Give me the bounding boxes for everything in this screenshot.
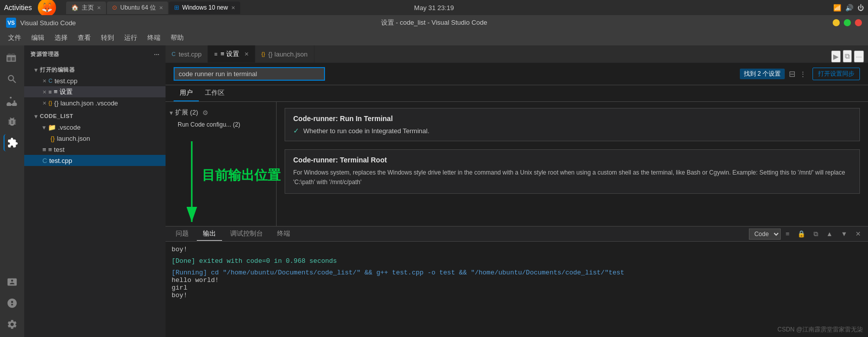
search-box: [174, 67, 325, 81]
sidebar-more-icon[interactable]: ···: [154, 51, 159, 58]
open-file-launch[interactable]: ✕ {} {} launch.json .vscode: [24, 97, 166, 108]
vscode-titlebar: VS Visual Studio Code 设置 - code_list - V…: [0, 15, 868, 30]
menu-help[interactable]: 帮助: [167, 31, 188, 44]
file-test-text[interactable]: ≡ ≡ test: [24, 144, 166, 155]
panel-down-btn[interactable]: ▼: [838, 229, 850, 239]
search-results-area: 找到 2 个设置 ⊟ ⋮: [740, 69, 806, 79]
json-tab-icon: {}: [261, 51, 265, 57]
checkmark-icon: ✓: [293, 127, 299, 135]
firefox-icon[interactable]: 🦊: [38, 0, 56, 17]
chevron-down-icon: ▾: [34, 66, 38, 74]
menu-goto[interactable]: 转到: [97, 31, 118, 44]
close-windows-tab[interactable]: ✕: [231, 5, 235, 11]
menu-select[interactable]: 选择: [50, 31, 72, 44]
vscode-app-label: Visual Studio Code: [20, 19, 76, 27]
tab-workspace[interactable]: 工作区: [199, 85, 231, 101]
panel-tab-output[interactable]: 输出: [197, 227, 222, 241]
maximize-button[interactable]: ◻: [844, 19, 851, 26]
run-code-tree-item[interactable]: Run Code configu... (2): [170, 119, 272, 130]
open-settings-sync-button[interactable]: 打开设置同步: [812, 68, 860, 80]
menu-file[interactable]: 文件: [4, 31, 25, 44]
panel-output-dropdown[interactable]: Code: [749, 229, 781, 240]
panel-tab-problems[interactable]: 问题: [170, 227, 195, 241]
activity-explorer[interactable]: [4, 49, 21, 67]
settings-body: ▾ 扩展 (2) ⚙ Run Code configu... (2) Code-…: [166, 102, 868, 226]
more-actions-button[interactable]: ···: [854, 50, 864, 63]
open-file-test-cpp[interactable]: ✕ C test.cpp: [24, 75, 166, 86]
gear-icon[interactable]: ⚙: [202, 109, 208, 117]
close-settings-tab[interactable]: ✕: [244, 51, 249, 58]
output-line-5: hello world!: [172, 276, 862, 284]
activity-settings-gear[interactable]: [4, 316, 21, 333]
panel-close-btn[interactable]: ✕: [852, 229, 864, 239]
panel-lock-btn[interactable]: 🔒: [794, 229, 808, 239]
menu-view[interactable]: 查看: [74, 31, 95, 44]
filter-icon[interactable]: ⊟: [789, 69, 795, 79]
activity-search[interactable]: [4, 71, 21, 88]
extensions-tree-item[interactable]: ▾ 扩展 (2) ⚙: [170, 106, 272, 119]
json-icon: {}: [48, 100, 52, 106]
project-header[interactable]: ▾ CODE_LIST: [24, 110, 166, 122]
tab-user[interactable]: 用户: [174, 85, 199, 101]
settings-panel: Code-runner: Run In Terminal ✓ Whether t…: [277, 102, 868, 226]
vscode-logo: VS: [6, 18, 16, 28]
network-icon: 📶: [833, 4, 841, 12]
tab-windows[interactable]: ⊞ Windows 10 new ✕: [169, 2, 240, 14]
close-home-tab[interactable]: ✕: [97, 5, 101, 11]
open-file-settings[interactable]: ✕ ≡ ≡ 设置: [24, 86, 166, 97]
project-section: ▾ CODE_LIST ▾ 📁 .vscode {} launch.json ≡…: [24, 109, 166, 167]
minimize-button[interactable]: —: [833, 19, 840, 26]
run-button[interactable]: ▶: [831, 50, 841, 63]
activity-extensions[interactable]: [4, 134, 21, 151]
panel-copy-btn[interactable]: ⧉: [810, 229, 821, 239]
close-ubuntu-tab[interactable]: ✕: [159, 5, 163, 11]
activity-account[interactable]: [4, 295, 21, 312]
close-icon-settings[interactable]: ✕: [42, 89, 46, 95]
result-count-badge[interactable]: 找到 2 个设置: [740, 69, 785, 79]
output-line-4: [Running] cd "/home/ubuntu/Documents/cod…: [172, 269, 862, 276]
bottom-panel: 问题 输出 调试控制台 终端 Code ≡ 🔒 ⧉ ▲ ▼ ✕: [166, 226, 868, 337]
close-button[interactable]: ✕: [855, 19, 862, 26]
panel-actions: Code ≡ 🔒 ⧉ ▲ ▼ ✕: [749, 229, 864, 240]
tab-home[interactable]: 🏠 主页 ✕: [66, 2, 106, 14]
panel-list-btn[interactable]: ≡: [783, 229, 793, 239]
panel-tab-terminal[interactable]: 终端: [271, 227, 296, 241]
open-editors-section: ▾ 打开的编辑器 ✕ C test.cpp ✕ ≡ ≡ 设置 ✕ {} {} l…: [24, 63, 166, 109]
activities-button[interactable]: Activities: [4, 4, 32, 12]
activity-source-control[interactable]: [4, 92, 21, 109]
setting1-checkbox-row: ✓ Whether to run code in Integrated Term…: [293, 127, 851, 135]
watermark: CSDN @江南霹雳堂雷家雷无柒: [777, 325, 863, 334]
split-editor-button[interactable]: ⧉: [843, 50, 852, 63]
activity-remote[interactable]: [4, 273, 21, 291]
menu-edit[interactable]: 编辑: [27, 31, 48, 44]
output-line-1: [172, 253, 862, 257]
menu-terminal[interactable]: 终端: [143, 31, 165, 44]
text-file-icon: ≡: [42, 146, 46, 153]
sidebar: 资源管理器 ··· ▾ 打开的编辑器 ✕ C test.cpp ✕ ≡ ≡ 设置: [24, 45, 166, 337]
tab-ubuntu[interactable]: ⊙ Ubuntu 64 位 ✕: [107, 2, 168, 14]
panel-tab-debug[interactable]: 调试控制台: [224, 227, 269, 241]
system-bar-left: Activities 🦊 🏠 主页 ✕ ⊙ Ubuntu 64 位 ✕ ⊞ Wi…: [4, 0, 240, 17]
folder-vscode[interactable]: ▾ 📁 .vscode: [24, 122, 166, 133]
panel-up-btn[interactable]: ▲: [823, 229, 836, 239]
json-file-icon: {}: [50, 135, 55, 142]
activity-debug[interactable]: [4, 113, 21, 130]
settings-search-input[interactable]: [179, 70, 320, 78]
vscode-controls: — ◻ ✕: [833, 19, 862, 26]
file-test-cpp-selected[interactable]: C test.cpp: [24, 155, 166, 166]
cpp-file-icon-2: C: [42, 157, 47, 164]
vscode-title: 设置 - code_list - Visual Studio Code: [381, 18, 487, 27]
sort-icon[interactable]: ⋮: [799, 70, 806, 78]
close-icon[interactable]: ✕: [42, 78, 46, 84]
close-icon-launch[interactable]: ✕: [42, 100, 46, 106]
file-launch-json[interactable]: {} launch.json: [24, 133, 166, 144]
tab-launch-json[interactable]: {} {} launch.json: [255, 45, 314, 63]
settings-tabs: 用户 工作区: [166, 85, 868, 102]
menu-run[interactable]: 运行: [120, 31, 141, 44]
cpp-icon: C: [48, 78, 52, 84]
volume-icon: 🔊: [845, 4, 853, 12]
open-editors-header[interactable]: ▾ 打开的编辑器: [24, 64, 166, 75]
tab-settings-active[interactable]: ≡ ≡ 设置 ✕: [208, 45, 255, 63]
tab-test-cpp[interactable]: C test.cpp: [166, 45, 208, 63]
main-layout: 资源管理器 ··· ▾ 打开的编辑器 ✕ C test.cpp ✕ ≡ ≡ 设置: [0, 45, 868, 337]
